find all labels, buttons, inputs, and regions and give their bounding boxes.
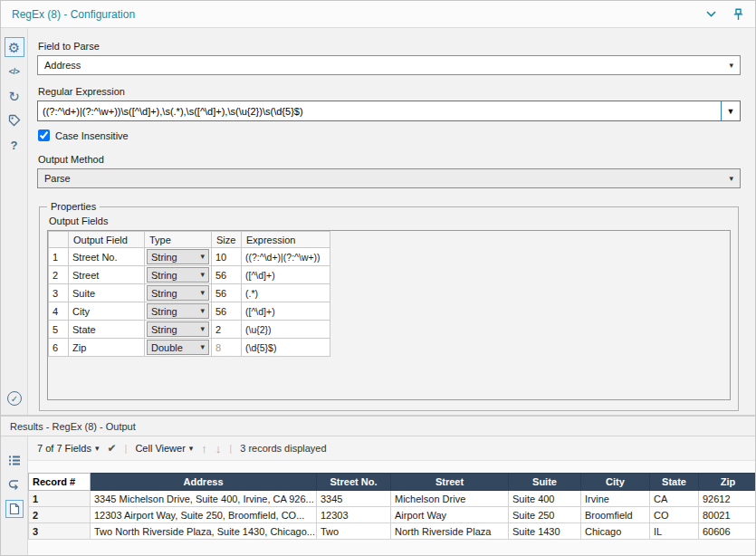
row-number: 1 (49, 248, 69, 266)
output-method-select[interactable]: Parse ▾ (37, 168, 741, 188)
output-field-cell[interactable]: Street (69, 266, 145, 284)
address-cell: Two North Riverside Plaza, Suite 1430, C… (91, 523, 317, 540)
output-fields-table: Output Field Type Size Expression 1 Stre… (48, 231, 330, 357)
field-to-parse-select[interactable]: Address ▾ (37, 55, 741, 75)
street-cell: Michelson Drive (391, 491, 509, 507)
next-arrow-icon[interactable]: ↓ (215, 442, 222, 455)
table-row: 1 Street No. String▾ 10 ((?:^\d+)|(?:^\w… (49, 248, 330, 266)
output-method-value: Parse (44, 173, 71, 184)
results-panel: Results - RegEx (8) - Output 7 of 7 Fiel… (1, 417, 755, 555)
config-tool-strip: ⚙ </> ↻ ? ✓ (1, 28, 28, 415)
expression-cell[interactable]: ([^\d]+) (242, 302, 330, 321)
config-panel-body: ⚙ </> ↻ ? ✓ Field to Parse Address ▾ Reg… (1, 28, 755, 415)
size-cell[interactable]: 56 (212, 302, 242, 321)
row-number: 3 (49, 284, 69, 302)
size-cell[interactable]: 10 (212, 248, 242, 266)
col-header-state[interactable]: State (650, 474, 699, 491)
help-icon[interactable]: ? (5, 135, 24, 155)
expression-cell[interactable]: (.*) (242, 284, 330, 302)
type-select[interactable]: Double▾ (147, 340, 209, 355)
output-fields-header-row: Output Field Type Size Expression (49, 232, 330, 248)
apply-filter-check-icon[interactable]: ✔ (107, 442, 116, 455)
results-grid-wrap: Record # Address Street No. Street Suite… (28, 473, 755, 540)
properties-legend: Properties (47, 201, 100, 212)
gear-icon[interactable]: ⚙ (5, 37, 24, 57)
table-row: 3 Suite String▾ 56 (.*) (49, 284, 330, 302)
regex-dropdown-button[interactable]: ▼ (721, 101, 741, 121)
table-view-icon[interactable] (5, 451, 24, 469)
results-toolbar: 7 of 7 Fields ▾ ✔ | Cell Viewer ▾ ↑ ↓ | … (28, 436, 755, 461)
address-cell: 3345 Michelson Drive, Suite 400, Irvine,… (91, 491, 317, 507)
col-header-output-field: Output Field (69, 232, 145, 248)
case-insensitive-label: Case Insensitive (55, 130, 129, 141)
output-field-cell[interactable]: City (69, 302, 145, 321)
toolbar-separator: | (229, 443, 232, 454)
col-header-city[interactable]: City (581, 474, 650, 491)
properties-group: Properties Output Fields Output Field Ty… (39, 201, 739, 411)
record-number: 2 (29, 507, 91, 523)
code-icon[interactable]: </> (5, 62, 24, 81)
street-no-cell: 12303 (317, 507, 391, 523)
col-header-street-no[interactable]: Street No. (317, 474, 391, 491)
report-view-icon[interactable] (5, 500, 24, 518)
chevron-down-icon: ▾ (200, 271, 205, 279)
size-cell: 8 (212, 339, 242, 357)
output-field-cell[interactable]: Zip (69, 339, 145, 357)
row-number: 2 (49, 266, 69, 284)
toolbar-separator: | (125, 443, 128, 454)
results-header-row: Record # Address Street No. Street Suite… (29, 474, 756, 491)
row-number: 5 (49, 321, 69, 339)
type-select[interactable]: String▾ (147, 267, 209, 283)
records-displayed-label: 3 records displayed (240, 443, 326, 454)
output-field-cell[interactable]: State (69, 321, 145, 339)
table-row: 5 State String▾ 2 (\u{2}) (49, 321, 330, 339)
connection-view-icon[interactable] (5, 475, 24, 494)
suite-cell: Suite 1430 (509, 523, 581, 540)
chevron-down-icon: ▾ (189, 445, 194, 453)
chevron-down-icon: ▾ (729, 175, 733, 183)
col-header-street[interactable]: Street (391, 474, 509, 491)
chevron-down-icon: ▾ (200, 325, 205, 333)
type-select[interactable]: String▾ (147, 249, 209, 264)
previous-arrow-icon[interactable]: ↑ (201, 442, 207, 455)
output-field-cell[interactable]: Suite (69, 284, 145, 302)
size-cell[interactable]: 2 (212, 321, 242, 339)
size-cell[interactable]: 56 (212, 266, 242, 284)
type-select[interactable]: String▾ (147, 303, 209, 319)
expression-cell[interactable]: ((?:^\d+)|(?:^\w+)) (242, 248, 330, 266)
case-insensitive-checkbox[interactable] (38, 129, 50, 141)
expression-cell[interactable]: (\d{5}$) (242, 339, 330, 357)
chevron-down-icon: ▾ (200, 307, 205, 315)
corner-header (49, 232, 69, 248)
expression-cell[interactable]: (\u{2}) (242, 321, 330, 339)
regex-input[interactable] (37, 101, 721, 121)
table-row: 1 3345 Michelson Drive, Suite 400, Irvin… (29, 491, 756, 507)
pin-icon[interactable] (732, 8, 744, 21)
state-cell: CO (650, 507, 699, 523)
fields-dropdown[interactable]: 7 of 7 Fields ▾ (37, 443, 99, 454)
config-status-area: ✓ (1, 391, 28, 406)
type-select[interactable]: String▾ (147, 285, 209, 301)
table-row: 6 Zip Double▾ 8 (\d{5}$) (49, 339, 330, 357)
tag-icon[interactable] (5, 110, 24, 130)
results-grid: Record # Address Street No. Street Suite… (28, 473, 756, 540)
case-insensitive-row: Case Insensitive (38, 129, 741, 141)
output-method-label: Output Method (38, 154, 741, 165)
col-header-zip[interactable]: Zip (699, 474, 756, 491)
col-header-address[interactable]: Address (91, 474, 317, 491)
collapse-chevron-icon[interactable] (704, 8, 717, 21)
size-cell[interactable]: 56 (212, 284, 242, 302)
col-header-size: Size (212, 232, 242, 248)
apply-check-icon[interactable]: ✓ (7, 391, 22, 406)
col-header-suite[interactable]: Suite (509, 474, 581, 491)
output-fields-label: Output Fields (49, 216, 731, 226)
refresh-icon[interactable]: ↻ (5, 86, 24, 106)
type-select[interactable]: String▾ (147, 321, 209, 337)
chevron-down-icon: ▾ (95, 445, 100, 453)
suite-cell: Suite 400 (509, 491, 581, 507)
output-field-cell[interactable]: Street No. (69, 248, 145, 266)
zip-cell: 92612 (699, 491, 756, 507)
expression-cell[interactable]: ([^\d]+) (242, 266, 330, 284)
cell-viewer-dropdown[interactable]: Cell Viewer ▾ (135, 443, 193, 454)
config-content: Field to Parse Address ▾ Regular Express… (28, 28, 755, 415)
